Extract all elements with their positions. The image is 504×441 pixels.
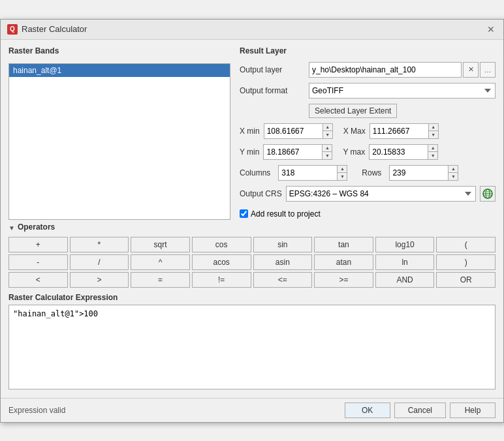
add-result-label: Add result to project — [251, 209, 321, 219]
output-crs-select[interactable]: EPSG:4326 – WGS 84 — [286, 186, 476, 202]
x-max-input-group: ▲ ▼ — [370, 123, 439, 139]
y-max-spin[interactable]: ▲ ▼ — [428, 144, 438, 160]
x-max-spin[interactable]: ▲ ▼ — [428, 123, 439, 139]
expression-textarea[interactable]: "hainan_alt@1">100 — [8, 305, 496, 389]
operators-collapse[interactable]: ▼ Operators — [8, 222, 496, 234]
operators-grid: + * sqrt cos sin tan log10 ( - / ^ acos … — [8, 237, 496, 288]
raster-band-item[interactable]: hainan_alt@1 — [9, 64, 230, 77]
help-button[interactable]: Help — [450, 403, 496, 418]
op-minus[interactable]: - — [8, 254, 68, 270]
title-bar: Q Raster Calculator ✕ — [1, 20, 503, 40]
bottom-bar: Expression valid OK Cancel Help — [1, 398, 503, 422]
op-gte[interactable]: >= — [314, 272, 373, 288]
x-min-input-group: ▲ ▼ — [264, 123, 333, 139]
output-layer-input[interactable] — [309, 62, 462, 78]
op-and[interactable]: AND — [375, 272, 435, 288]
x-min-spin[interactable]: ▲ ▼ — [323, 123, 333, 139]
output-format-row: Output format GeoTIFF — [240, 83, 496, 99]
op-asin[interactable]: asin — [253, 254, 313, 270]
x-max-spin-down[interactable]: ▼ — [429, 131, 438, 138]
close-button[interactable]: ✕ — [485, 23, 497, 35]
output-format-select[interactable]: GeoTIFF — [309, 83, 496, 99]
op-cos[interactable]: cos — [192, 237, 251, 252]
ok-button[interactable]: OK — [345, 403, 390, 418]
op-or[interactable]: OR — [436, 272, 496, 288]
rows-input[interactable] — [389, 165, 448, 181]
output-layer-input-group: ✕ … — [309, 62, 496, 78]
op-atan[interactable]: atan — [314, 254, 373, 270]
op-lt[interactable]: < — [8, 272, 68, 288]
op-plus[interactable]: + — [8, 237, 68, 252]
y-min-spin-down[interactable]: ▼ — [323, 152, 332, 159]
globe-icon-btn[interactable] — [480, 186, 496, 202]
rows-spin-down[interactable]: ▼ — [449, 173, 458, 180]
x-min-input[interactable] — [264, 123, 323, 139]
operators-arrow: ▼ — [8, 224, 15, 232]
status-text: Expression valid — [8, 406, 65, 415]
browse-output-btn[interactable]: … — [480, 62, 496, 78]
y-min-label: Y min — [240, 147, 259, 157]
y-max-input[interactable] — [369, 144, 428, 160]
clear-output-btn[interactable]: ✕ — [463, 62, 479, 78]
right-panel: Result Layer Output layer ✕ … Output for… — [240, 46, 496, 220]
columns-spin-up[interactable]: ▲ — [338, 166, 347, 174]
expression-title: Raster Calculator Expression — [8, 293, 496, 302]
add-result-checkbox[interactable] — [240, 209, 248, 218]
y-min-spin-up[interactable]: ▲ — [323, 145, 332, 153]
dialog-buttons: OK Cancel Help — [345, 403, 496, 418]
x-min-spin-up[interactable]: ▲ — [323, 124, 332, 132]
output-crs-label: Output CRS — [240, 189, 282, 198]
columns-input-group: ▲ ▼ — [278, 165, 347, 181]
op-ln[interactable]: ln — [375, 254, 435, 270]
op-acos[interactable]: acos — [192, 254, 251, 270]
left-panel: Raster Bands hainan_alt@1 — [8, 46, 230, 220]
rows-input-group: ▲ ▼ — [389, 165, 458, 181]
op-sin[interactable]: sin — [253, 237, 313, 252]
x-min-spin-down[interactable]: ▼ — [323, 131, 332, 138]
title-bar-left: Q Raster Calculator — [7, 24, 87, 35]
columns-spin-down[interactable]: ▼ — [338, 173, 347, 180]
output-layer-label: Output layer — [240, 65, 305, 74]
y-max-spin-up[interactable]: ▲ — [428, 145, 437, 153]
rows-spin-up[interactable]: ▲ — [449, 166, 458, 174]
x-coord-row: X min ▲ ▼ X Max ▲ ▼ — [240, 123, 496, 139]
op-row-1: - / ^ acos asin atan ln ) — [8, 254, 496, 270]
rows-label: Rows — [362, 168, 381, 177]
x-max-spin-up[interactable]: ▲ — [429, 124, 438, 132]
operators-section: ▼ Operators + * sqrt cos sin tan log10 (… — [8, 222, 496, 288]
main-body: Raster Bands hainan_alt@1 Result Layer O… — [1, 40, 503, 398]
y-min-input-group: ▲ ▼ — [263, 144, 332, 160]
rows-spin[interactable]: ▲ ▼ — [448, 165, 458, 181]
op-multiply[interactable]: * — [70, 237, 129, 252]
x-max-input[interactable] — [370, 123, 428, 139]
columns-label: Columns — [240, 168, 270, 177]
raster-bands-list[interactable]: hainan_alt@1 — [8, 63, 230, 220]
op-open-paren[interactable]: ( — [436, 237, 496, 252]
expression-section: Raster Calculator Expression "hainan_alt… — [8, 293, 496, 391]
columns-spin[interactable]: ▲ ▼ — [337, 165, 347, 181]
crs-row: Output CRS EPSG:4326 – WGS 84 — [240, 186, 496, 202]
op-tan[interactable]: tan — [314, 237, 373, 252]
y-coord-row: Y min ▲ ▼ Y max ▲ ▼ — [240, 144, 496, 160]
y-min-spin[interactable]: ▲ ▼ — [322, 144, 332, 160]
op-neq[interactable]: != — [192, 272, 251, 288]
add-result-row: Add result to project — [240, 209, 496, 219]
op-divide[interactable]: / — [70, 254, 129, 270]
selected-extent-button[interactable]: Selected Layer Extent — [309, 104, 397, 118]
window-title: Raster Calculator — [22, 24, 87, 34]
cancel-button[interactable]: Cancel — [394, 403, 446, 418]
op-lte[interactable]: <= — [253, 272, 313, 288]
op-eq[interactable]: = — [131, 272, 190, 288]
op-gt[interactable]: > — [70, 272, 129, 288]
op-power[interactable]: ^ — [131, 254, 190, 270]
y-min-input[interactable] — [263, 144, 322, 160]
y-max-spin-down[interactable]: ▼ — [428, 152, 437, 159]
op-sqrt[interactable]: sqrt — [131, 237, 190, 252]
output-format-label: Output format — [240, 86, 305, 95]
columns-input[interactable] — [278, 165, 337, 181]
op-log10[interactable]: log10 — [375, 237, 435, 252]
app-icon: Q — [7, 24, 18, 35]
raster-calculator-window: Q Raster Calculator ✕ Raster Bands haina… — [0, 19, 504, 423]
op-close-paren[interactable]: ) — [436, 254, 496, 270]
y-max-label: Y max — [343, 147, 365, 157]
